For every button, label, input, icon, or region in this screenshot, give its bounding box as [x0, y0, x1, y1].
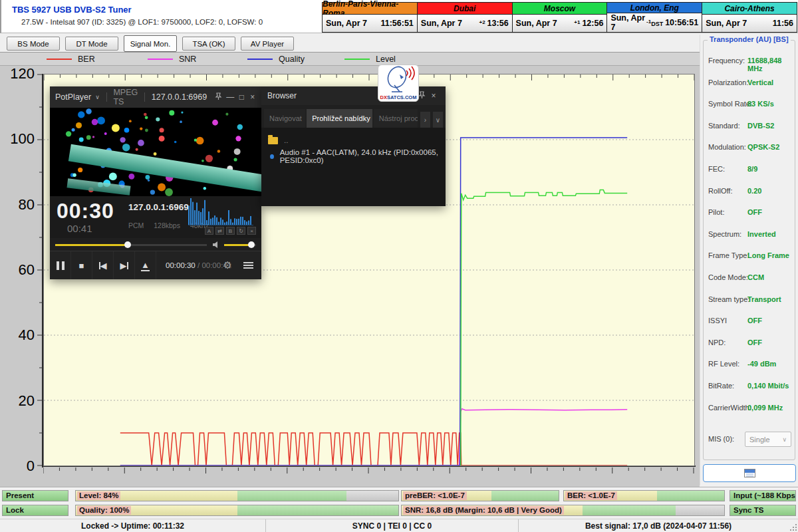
browser-list-item[interactable]: Audio #1 - AAC(LATM), 24.0 kHz (PID:0x00… [268, 148, 446, 164]
clock-city-label: Dubai [418, 3, 512, 15]
device-panel-button[interactable] [703, 464, 796, 482]
legend-item-quality: Quality [247, 53, 305, 66]
meter-lock: Lock [2, 505, 68, 516]
field-label: FEC: [708, 165, 725, 173]
transponder-field-bitrate: BitRate:0,140 Mbit/s [704, 382, 796, 392]
player-controls: ■ ◀ ▶ ▲ 00:00:30 / 00:00:41 ⚙ [50, 251, 261, 279]
field-value: OFF [747, 208, 762, 216]
volume-bar[interactable] [224, 244, 256, 246]
satellite-dish-icon [380, 65, 417, 93]
clock-offset: -1DST [646, 19, 663, 27]
tab-dropdown-icon[interactable]: ∨ [433, 112, 443, 128]
seek-bar[interactable] [55, 244, 207, 246]
settings-gear-icon[interactable]: ⚙ [223, 259, 232, 271]
folder-icon [268, 137, 278, 144]
meter-label: preBER: <1.0E-7 [403, 491, 467, 500]
potplayer-titlebar[interactable]: PotPlayer ∨ MPEG TS 127.0.0.1:6969 — □ × [50, 86, 261, 108]
pin-icon[interactable] [215, 92, 222, 102]
clock-city-label: Cairo-Athens [702, 3, 797, 15]
minimize-icon[interactable]: — [226, 92, 234, 102]
ab-control-button-[interactable]: ↻ [237, 227, 245, 235]
legend-label: BER [78, 55, 95, 64]
tab-signal-mon[interactable]: Signal Mon. [124, 35, 177, 52]
transponder-field-pilot: Pilot:OFF [704, 208, 796, 219]
y-axis-label: 100 [5, 130, 35, 148]
tab-scroll-right-icon[interactable]: › [420, 112, 430, 128]
tab-av-player[interactable]: AV Player [241, 37, 294, 51]
signal-meters: PresentLevel: 84%preBER: <1.0E-7BER: <1.… [0, 487, 798, 519]
field-value: OFF [747, 338, 762, 346]
seek-knob[interactable] [124, 241, 131, 248]
browser-list-item[interactable]: .. [268, 132, 446, 148]
speaker-icon[interactable] [212, 241, 220, 249]
clock-berlin-paris-vienna-roma: Berlin-Paris-Vienna-RomaSun, Apr 711:56:… [322, 2, 418, 33]
chevron-down-icon[interactable]: ∨ [95, 94, 100, 100]
close-icon[interactable]: × [249, 92, 256, 102]
series-snr [120, 409, 627, 466]
transponder-field-issyi: ISSYIOFF [704, 317, 796, 327]
tab-dt-mode[interactable]: DT Mode [65, 37, 118, 51]
bitrate-label: 128kbps [154, 221, 180, 229]
field-value: OFF [747, 317, 762, 325]
field-value: DVB-S2 [747, 122, 774, 130]
series-ber [120, 433, 627, 466]
close-icon[interactable]: × [428, 91, 440, 100]
field-label: Code Mode: [708, 273, 748, 281]
eject-button[interactable]: ▲ [135, 251, 156, 279]
audio-bullet-icon [270, 154, 274, 159]
field-label: CarrierWidth: [708, 404, 751, 412]
mis-dropdown[interactable]: Single ∨ [745, 432, 791, 447]
previous-button[interactable]: ◀ [92, 251, 114, 279]
mis-label: MIS (0): [708, 435, 734, 443]
transponder-field-rolloff: RollOff:0.20 [704, 187, 796, 198]
stream-type-label: MPEG TS [113, 88, 138, 106]
browser-tab-prohl-e-nab-dky[interactable]: Prohlížeč nabídky [307, 109, 372, 128]
stream-url-info: 127.0.0.1:6969 [128, 202, 189, 212]
tab-tsa-ok[interactable]: TSA (OK) [182, 37, 235, 51]
meter-label: Level: 84% [77, 491, 120, 500]
series-level [461, 190, 628, 466]
ab-control-button-[interactable]: × [247, 227, 256, 235]
divider [144, 92, 145, 102]
clock-moscow: MoscowSun, Apr 7+112:56 [512, 2, 608, 33]
world-clocks: Berlin-Paris-Vienna-RomaSun, Apr 711:56:… [323, 2, 797, 33]
browser-tab-navigovat[interactable]: Navigovat [264, 109, 305, 128]
maximize-icon[interactable]: □ [238, 92, 245, 102]
clock-time-row: Sun, Apr 711:56 [702, 15, 797, 32]
field-value: 0.20 [747, 187, 761, 195]
video-display[interactable] [50, 108, 261, 196]
transponder-field-modulation: Modulation:QPSK-S2 [704, 143, 796, 154]
field-label: Polarization: [708, 78, 749, 86]
field-value: 83 KS/s [747, 100, 774, 108]
stream-url-label: 127.0.0.1:6969 [152, 92, 207, 102]
playback-time-display: 00:00:30 / 00:00:41 [166, 261, 231, 269]
clock-time-row: Sun, Apr 711:56:51 [323, 15, 417, 32]
meter-quality: Quality: 100% [75, 505, 399, 516]
meter-ber: BER: <1.0E-7 [563, 490, 725, 501]
clock-cairo-athens: Cairo-AthensSun, Apr 711:56 [702, 2, 797, 33]
ab-control-button-b[interactable]: B [226, 227, 235, 235]
meter-input-188-kbps: Input (~188 Kbps) [730, 490, 796, 501]
resize-grip[interactable] [789, 523, 797, 531]
meter-label: Quality: 100% [77, 506, 131, 515]
y-axis-label: 60 [5, 261, 35, 279]
legend-swatch [148, 59, 173, 60]
browser-tab-n-stroj-proch-zen-tit[interactable]: Nástroj procházení tit... [374, 109, 418, 128]
potplayer-app-name[interactable]: PotPlayer [55, 92, 91, 102]
chart-legend: BERSNRQualityLevel [0, 53, 700, 66]
pause-button[interactable] [50, 251, 71, 279]
tab-bs-mode[interactable]: BS Mode [7, 37, 60, 51]
legend-swatch [344, 59, 370, 60]
next-button[interactable]: ▶ [114, 251, 135, 279]
ab-control-button-[interactable]: ⇄ [215, 227, 224, 235]
y-axis-ticks [36, 74, 43, 467]
meter-preber: preBER: <1.0E-7 [401, 490, 559, 501]
field-value: CCM [747, 273, 764, 281]
menu-icon[interactable] [243, 261, 253, 270]
volume-knob[interactable] [248, 241, 255, 248]
stop-button[interactable]: ■ [71, 251, 92, 279]
browser-window: Browser × NavigovatProhlížeč nabídkyNást… [261, 86, 446, 206]
field-label: Frequency: [708, 57, 745, 65]
ab-control-button-a[interactable]: A [205, 227, 213, 235]
app-window: TBS 5927 USB DVB-S2 Tuner 27.5W - Intels… [0, 0, 798, 532]
